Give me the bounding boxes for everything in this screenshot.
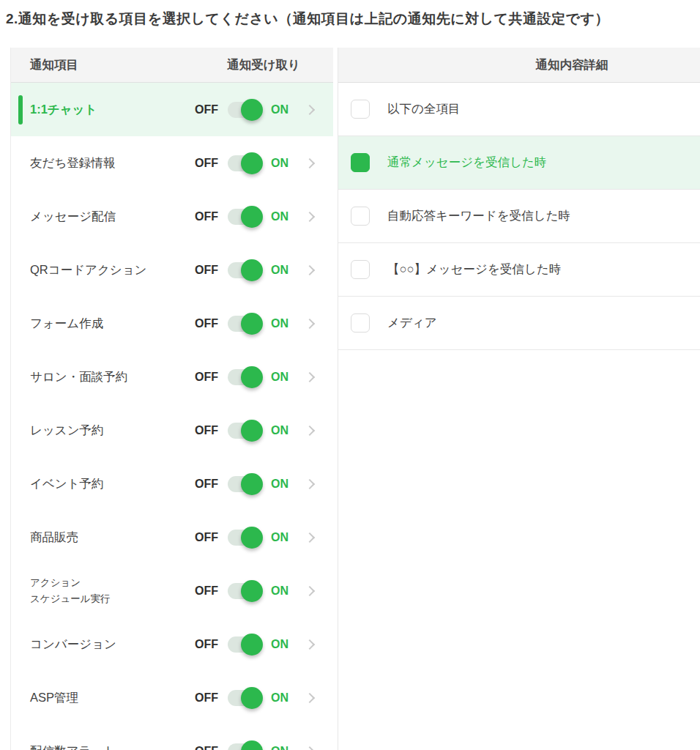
toggle-controls: OFF ON (195, 583, 313, 599)
chevron-right-icon[interactable] (305, 639, 315, 649)
notify-item-row[interactable]: コンバージョン OFF ON (11, 617, 333, 671)
toggle-knob (241, 99, 263, 121)
notify-item-row[interactable]: フォーム作成 OFF ON (11, 297, 333, 350)
notify-item-label: サロン・面談予約 (30, 369, 127, 385)
column-header-item: 通知項目 (30, 57, 78, 73)
chevron-right-icon[interactable] (305, 318, 315, 328)
checkbox[interactable] (351, 313, 370, 333)
chevron-right-icon[interactable] (305, 692, 315, 702)
checkbox[interactable] (351, 207, 370, 226)
toggle-on-label: ON (271, 157, 288, 170)
toggle-off-label: OFF (195, 103, 218, 116)
toggle-controls: OFF ON (195, 369, 313, 385)
toggle-controls: OFF ON (195, 262, 313, 278)
toggle-switch[interactable] (228, 262, 261, 278)
column-header-detail: 通知内容詳細 (536, 57, 608, 73)
notify-item-row[interactable]: ASP管理 OFF ON (11, 671, 333, 724)
chevron-right-icon[interactable] (305, 532, 315, 542)
checkbox[interactable] (351, 100, 370, 119)
toggle-on-label: ON (271, 264, 288, 277)
checkbox[interactable] (351, 153, 370, 172)
notification-settings-table: 通知項目 通知受け取り 1:1チャット OFF ON 友だち登録情報 OFF O… (10, 48, 700, 750)
chevron-right-icon[interactable] (305, 585, 315, 595)
toggle-off-label: OFF (195, 745, 218, 750)
toggle-knob (241, 420, 263, 442)
toggle-controls: OFF ON (195, 636, 313, 653)
toggle-switch[interactable] (228, 155, 261, 171)
notify-item-label: レッスン予約 (30, 423, 104, 439)
chevron-right-icon[interactable] (305, 264, 315, 275)
notify-item-row[interactable]: 友だち登録情報 OFF ON (11, 136, 333, 190)
notify-item-label: 配信数アラート (30, 743, 116, 750)
notify-item-label: コンバージョン (30, 636, 116, 653)
toggle-on-label: ON (271, 478, 288, 491)
toggle-on-label: ON (271, 103, 288, 116)
toggle-switch[interactable] (228, 423, 261, 439)
toggle-knob (241, 366, 263, 388)
notify-detail-row[interactable]: 【○○】メッセージを受信した時 (338, 243, 700, 297)
toggle-switch[interactable] (228, 102, 261, 118)
toggle-controls: OFF ON (195, 102, 313, 118)
toggle-on-label: ON (271, 745, 288, 750)
notify-item-row[interactable]: レッスン予約 OFF ON (11, 404, 333, 457)
notify-item-row[interactable]: 商品販売 OFF ON (11, 510, 333, 564)
right-panel-header: 通知内容詳細 (338, 48, 700, 83)
notify-item-row[interactable]: 1:1チャット OFF ON (11, 83, 333, 136)
notify-detail-label: 自動応答キーワードを受信した時 (387, 208, 570, 224)
notify-detail-row[interactable]: 自動応答キーワードを受信した時 (338, 190, 700, 243)
toggle-on-label: ON (271, 638, 288, 651)
chevron-right-icon[interactable] (305, 104, 315, 114)
notify-item-row[interactable]: サロン・面談予約 OFF ON (11, 350, 333, 404)
chevron-right-icon[interactable] (305, 157, 315, 168)
toggle-switch[interactable] (228, 743, 261, 750)
toggle-switch[interactable] (228, 476, 261, 492)
selected-indicator-bar (18, 95, 23, 125)
toggle-controls: OFF ON (195, 155, 313, 171)
toggle-knob (241, 740, 263, 750)
notify-detail-label: 【○○】メッセージを受信した時 (387, 261, 561, 278)
chevron-right-icon[interactable] (305, 425, 315, 435)
chevron-right-icon[interactable] (305, 478, 315, 489)
toggle-knob (241, 313, 263, 335)
toggle-off-label: OFF (195, 691, 218, 705)
notify-item-row[interactable]: メッセージ配信 OFF ON (11, 190, 333, 243)
toggle-controls: OFF ON (195, 690, 313, 706)
toggle-switch[interactable] (228, 369, 261, 385)
notify-item-row[interactable]: QRコードアクション OFF ON (11, 243, 333, 297)
checkbox[interactable] (351, 260, 370, 279)
toggle-knob (241, 527, 263, 549)
toggle-off-label: OFF (195, 264, 218, 277)
chevron-right-icon[interactable] (305, 371, 315, 382)
toggle-knob (241, 206, 263, 228)
toggle-switch[interactable] (228, 316, 261, 332)
toggle-on-label: ON (271, 691, 288, 705)
notify-item-label: フォーム作成 (30, 316, 103, 332)
toggle-off-label: OFF (195, 157, 218, 170)
notify-item-row[interactable]: イベント予約 OFF ON (11, 457, 333, 510)
toggle-switch[interactable] (228, 209, 261, 225)
toggle-controls: OFF ON (195, 423, 313, 439)
notify-detail-row[interactable]: 以下の全項目 (338, 83, 700, 136)
notify-item-row[interactable]: アクション スケジュール実行 OFF ON (11, 564, 333, 617)
toggle-knob (241, 473, 263, 495)
toggle-off-label: OFF (195, 638, 218, 651)
left-panel-header: 通知項目 通知受け取り (11, 48, 333, 83)
notify-detail-row[interactable]: メディア (338, 297, 700, 350)
chevron-right-icon[interactable] (305, 746, 315, 750)
toggle-switch[interactable] (228, 530, 261, 546)
toggle-switch[interactable] (228, 583, 261, 599)
notify-items-panel: 通知項目 通知受け取り 1:1チャット OFF ON 友だち登録情報 OFF O… (10, 48, 333, 750)
notify-item-label: 1:1チャット (30, 102, 97, 118)
toggle-controls: OFF ON (195, 530, 313, 546)
chevron-right-icon[interactable] (305, 211, 315, 221)
notify-detail-row[interactable]: 通常メッセージを受信した時 (338, 136, 700, 190)
toggle-off-label: OFF (195, 317, 218, 330)
notify-detail-label: 以下の全項目 (387, 101, 460, 117)
column-header-receive: 通知受け取り (227, 57, 300, 73)
toggle-off-label: OFF (195, 424, 218, 437)
notify-item-label: アクション スケジュール実行 (30, 575, 111, 606)
notify-item-label: メッセージ配信 (30, 209, 116, 225)
notify-item-row[interactable]: 配信数アラート OFF ON (11, 724, 333, 750)
toggle-switch[interactable] (228, 636, 261, 653)
toggle-switch[interactable] (228, 690, 261, 706)
